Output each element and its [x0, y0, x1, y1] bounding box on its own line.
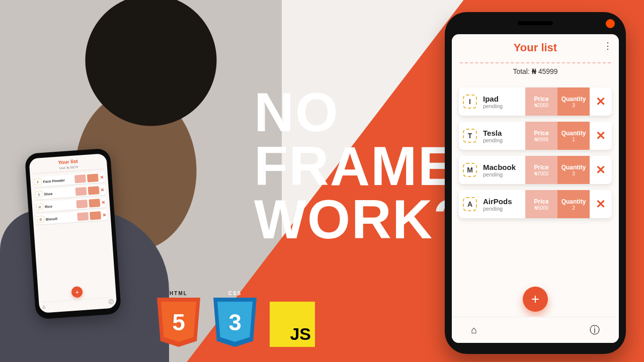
- list-item[interactable]: BBiscuit✕: [36, 210, 108, 225]
- thumbnail-scene: Your list Total: ₦ 29279 FFace Powder✕ S…: [0, 0, 644, 362]
- close-icon[interactable]: ✕: [101, 187, 105, 193]
- close-icon[interactable]: ✕: [102, 212, 107, 218]
- list-item[interactable]: FFace Powder✕: [33, 172, 105, 187]
- app-screen: Your list ⋮ Total: ₦ 45999 I Ipad pendin…: [452, 34, 619, 343]
- item-metrics: Price₦5000 Quantity2: [525, 190, 590, 218]
- item-initial-badge: I: [459, 87, 481, 116]
- item-info: Ipad pending: [481, 87, 525, 116]
- headline-line-1: NO: [254, 85, 465, 139]
- price-chip: [77, 212, 89, 221]
- js-label: JS: [290, 324, 311, 344]
- css3-number: 3: [213, 298, 257, 347]
- list-item[interactable]: I Ipad pending Price₦2000 Quantity3 ✕: [459, 87, 612, 116]
- delete-button[interactable]: ✕: [590, 190, 612, 218]
- price-chip: [75, 187, 87, 196]
- css3-label: CSS: [213, 291, 257, 296]
- total-label: Total:: [513, 67, 529, 75]
- close-icon: ✕: [596, 163, 606, 177]
- headline-line-3: WORK?: [254, 193, 465, 246]
- qty-chip: [87, 173, 99, 182]
- add-item-fab[interactable]: +: [71, 286, 83, 298]
- total-row: Total: ₦ 45999: [452, 67, 619, 79]
- item-initial-badge: F: [34, 178, 42, 186]
- header-divider: [460, 62, 611, 63]
- item-name: Rice: [45, 203, 75, 208]
- list-item[interactable]: A AirPods pending Price₦5000 Quantity2 ✕: [459, 190, 612, 218]
- item-metrics: Price₦8999 Quantity1: [525, 122, 590, 150]
- quantity-chip[interactable]: Quantity3: [557, 156, 590, 184]
- item-name: Ipad: [483, 95, 525, 103]
- total-currency: ₦: [532, 67, 536, 75]
- item-info: AirPods pending: [481, 190, 525, 218]
- close-icon: ✕: [596, 95, 606, 109]
- price-chip: [76, 200, 88, 208]
- item-name: Macbook: [483, 163, 525, 171]
- info-icon[interactable]: ⓘ: [108, 298, 114, 306]
- item-status: pending: [483, 171, 525, 177]
- item-status: pending: [483, 206, 525, 212]
- qty-chip: [88, 186, 100, 195]
- item-name: Biscuit: [46, 215, 76, 221]
- price-chip: [74, 174, 86, 183]
- item-initial-badge: R: [36, 203, 44, 211]
- kebab-menu-icon[interactable]: ⋮: [603, 41, 612, 50]
- item-name: Tesla: [483, 129, 525, 137]
- home-icon[interactable]: ⌂: [42, 304, 46, 309]
- price-chip[interactable]: Price₦2000: [525, 87, 557, 116]
- js-badge: JS: [270, 302, 315, 347]
- item-initial-badge: M: [459, 156, 481, 184]
- quantity-chip[interactable]: Quantity1: [557, 122, 590, 150]
- item-name: AirPods: [483, 197, 525, 206]
- html5-label: HTML: [157, 291, 200, 296]
- headline-text: NO FRAME WORK?: [254, 85, 465, 246]
- css3-badge: CSS 3: [213, 298, 257, 347]
- held-phone-mockup: Your list Total: ₦ 29279 FFace Powder✕ S…: [25, 148, 122, 319]
- held-phone-screen: Your list Total: ₦ 29279 FFace Powder✕ S…: [29, 153, 117, 313]
- item-metrics: Price₦2000 Quantity3: [525, 87, 590, 116]
- bottom-nav: ⌂ ⓘ: [42, 297, 114, 311]
- item-status: pending: [483, 103, 525, 109]
- close-icon: ✕: [596, 129, 606, 143]
- quantity-chip[interactable]: Quantity3: [557, 87, 590, 116]
- phone-mockup: Your list ⋮ Total: ₦ 45999 I Ipad pendin…: [445, 12, 626, 354]
- delete-button[interactable]: ✕: [590, 87, 612, 116]
- quantity-chip[interactable]: Quantity2: [557, 190, 590, 218]
- delete-button[interactable]: ✕: [590, 156, 612, 184]
- qty-chip: [90, 211, 101, 220]
- item-status: pending: [483, 137, 525, 143]
- add-item-fab[interactable]: +: [523, 287, 548, 312]
- headline-line-2: FRAME: [254, 139, 465, 193]
- price-chip[interactable]: Price₦8999: [525, 122, 557, 150]
- app-title: Your list: [460, 41, 611, 54]
- qty-chip: [89, 199, 100, 207]
- app-header: Your list ⋮: [452, 34, 619, 59]
- item-name: Face Powder: [43, 177, 73, 183]
- bottom-nav: ⌂ ⓘ: [452, 317, 619, 343]
- item-initial-badge: B: [37, 216, 44, 223]
- info-icon[interactable]: ⓘ: [590, 323, 600, 337]
- camera-dot-icon: [606, 19, 615, 28]
- item-info: Tesla pending: [481, 122, 525, 150]
- item-metrics: Price₦7000 Quantity3: [525, 156, 590, 184]
- close-icon[interactable]: ✕: [100, 174, 104, 180]
- item-initial-badge: T: [459, 122, 481, 150]
- item-name: Shoe: [44, 190, 74, 196]
- html5-number: 5: [157, 298, 200, 347]
- list-item[interactable]: M Macbook pending Price₦7000 Quantity3 ✕: [459, 156, 612, 184]
- list-item[interactable]: SShoe✕: [34, 185, 106, 200]
- close-icon: ✕: [596, 197, 606, 211]
- item-info: Macbook pending: [481, 156, 525, 184]
- html5-badge: HTML 5: [157, 298, 200, 347]
- total-value: 45999: [538, 67, 558, 75]
- tech-badges: HTML 5 CSS 3 JS: [157, 298, 315, 347]
- item-initial-badge: A: [459, 190, 481, 218]
- item-initial-badge: S: [35, 191, 43, 198]
- delete-button[interactable]: ✕: [590, 122, 612, 150]
- close-icon[interactable]: ✕: [101, 200, 106, 205]
- price-chip[interactable]: Price₦5000: [525, 190, 557, 218]
- list-item[interactable]: T Tesla pending Price₦8999 Quantity1 ✕: [459, 122, 612, 150]
- list-item[interactable]: RRice✕: [35, 197, 107, 212]
- home-icon[interactable]: ⌂: [471, 324, 477, 336]
- price-chip[interactable]: Price₦7000: [525, 156, 557, 184]
